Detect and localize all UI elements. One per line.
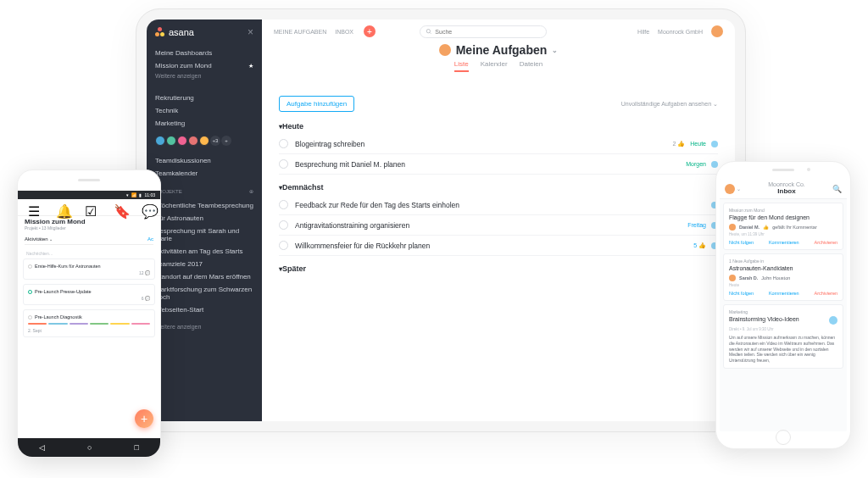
sidebar-show-more-2[interactable]: Weitere anzeigen bbox=[147, 320, 262, 334]
view-options-label: Unvollständige Aufgaben ansehen bbox=[621, 101, 711, 107]
sidebar-item-calendar[interactable]: Teamkalender bbox=[155, 167, 253, 180]
comment-count: 6 💬 bbox=[28, 296, 150, 301]
task-date: Morgen bbox=[686, 161, 706, 167]
task-checkbox[interactable] bbox=[279, 139, 288, 148]
view-options[interactable]: Unvollständige Aufgaben ansehen ⌄ bbox=[621, 101, 718, 108]
ios-header: ⌄ Moonrock Co. Inbox 🔍 bbox=[720, 179, 847, 199]
laptop-screen: asana × Meine Dashboards Mission zum Mon… bbox=[147, 19, 735, 421]
search-input[interactable] bbox=[435, 29, 541, 35]
android-card[interactable]: Pre-Launch Presse-Update6 💬 bbox=[23, 284, 155, 305]
sidebar-team-rekrutierung[interactable]: Rekrutierung bbox=[155, 92, 253, 104]
sidebar-project-item[interactable]: Wöchentliche Teambesprechung bbox=[155, 199, 253, 212]
sidebar-team-marketing[interactable]: Marketing bbox=[155, 117, 253, 130]
sidebar-project-item[interactable]: Aktivitäten am Tag des Starts bbox=[155, 245, 253, 258]
android-home-icon[interactable]: ○ bbox=[87, 443, 92, 452]
action-unfollow[interactable]: Nicht folgen bbox=[729, 240, 754, 245]
sidebar-project-item[interactable]: Teamziele 2017 bbox=[155, 258, 253, 270]
android-compose-input[interactable]: Nachrichten… bbox=[23, 248, 155, 258]
task-row[interactable]: Feedback zur Rede für den Tag des Starts… bbox=[279, 195, 718, 215]
sidebar-project-item[interactable]: Für Astronauten bbox=[155, 212, 253, 225]
status-dot-icon bbox=[28, 290, 32, 294]
avatars-more[interactable]: +3 bbox=[210, 136, 220, 146]
task-checkbox[interactable] bbox=[279, 200, 288, 209]
android-tab-activities[interactable]: Aktivitäten ⌄ bbox=[25, 236, 53, 242]
avatars-add-icon[interactable]: + bbox=[221, 136, 231, 146]
ios-inbox-card[interactable]: MarketingBrainstorming Video-IdeenDirekt… bbox=[723, 304, 843, 369]
section-header[interactable]: Heute bbox=[279, 122, 718, 131]
sidebar-item-discussions[interactable]: Teamdiskussionen bbox=[155, 154, 253, 167]
tab-liste[interactable]: Liste bbox=[454, 60, 469, 72]
task-row[interactable]: Blogeintrag schreiben2 👍Heute bbox=[279, 134, 718, 154]
action-archive[interactable]: Archivieren bbox=[814, 240, 837, 245]
android-device: ▾📶▮11:03 ☰ 🔔 ☑ 🔖 💬 Mission zum Mond Proj… bbox=[17, 170, 161, 458]
sidebar-item-dashboards[interactable]: Meine Dashboards bbox=[155, 47, 253, 59]
sidebar-team-technik[interactable]: Technik bbox=[155, 104, 253, 117]
add-task-button[interactable]: Aufgabe hinzufügen bbox=[279, 96, 354, 112]
project-dot-icon bbox=[711, 161, 718, 168]
team-avatars[interactable]: +3 + bbox=[147, 133, 262, 151]
task-name: Antigravitationstraining organisieren bbox=[295, 221, 681, 230]
search-box[interactable] bbox=[420, 25, 547, 38]
android-accent[interactable]: Ac bbox=[147, 236, 153, 242]
ios-card-body: Um auf unsere Mission aufmerksam zu mach… bbox=[729, 335, 837, 364]
like-count[interactable]: 5 👍 bbox=[693, 242, 706, 249]
laptop-device: asana × Meine Dashboards Mission zum Mon… bbox=[136, 8, 746, 432]
topnav-mytasks[interactable]: MEINE AUFGABEN bbox=[274, 29, 326, 35]
task-name: Feedback zur Rede für den Tag des Starts… bbox=[295, 201, 704, 209]
menu-icon[interactable]: ☰ bbox=[28, 203, 36, 212]
tab-dateien[interactable]: Dateien bbox=[520, 60, 543, 72]
sidebar-project-item[interactable]: Webseiten-Start bbox=[155, 303, 253, 316]
sidebar-item-favorite[interactable]: Mission zum Mond bbox=[155, 59, 253, 72]
chevron-down-icon: ⌄ bbox=[713, 101, 718, 107]
checklist-icon[interactable]: ☑ bbox=[85, 203, 93, 212]
user-avatar[interactable] bbox=[711, 25, 723, 37]
android-card[interactable]: Erste-Hilfe-Kurs für Astronauten12 💬 bbox=[23, 258, 155, 280]
task-date: Freitag bbox=[687, 222, 706, 228]
like-count[interactable]: 2 👍 bbox=[672, 141, 685, 147]
add-button[interactable]: + bbox=[364, 25, 376, 37]
android-fab-button[interactable]: + bbox=[135, 409, 153, 428]
section-header[interactable]: Demnächst bbox=[279, 183, 718, 192]
sidebar-project-item[interactable]: Besprechung mit Sarah und Marie bbox=[155, 225, 253, 245]
ios-inbox-card[interactable]: 1 Neue Aufgabe inAstronauten-KandidatenS… bbox=[723, 253, 843, 301]
main-content: Aufgabe hinzufügen Unvollständige Aufgab… bbox=[262, 86, 735, 421]
ios-card-title: Astronauten-Kandidaten bbox=[729, 265, 793, 271]
action-archive[interactable]: Archivieren bbox=[814, 291, 837, 296]
android-project-title[interactable]: Mission zum Mond bbox=[25, 218, 153, 225]
ios-inbox-card[interactable]: Mission zum MondFlagge für den Mond desi… bbox=[723, 203, 843, 250]
chevron-down-icon[interactable]: ⌄ bbox=[552, 47, 558, 54]
search-icon[interactable]: 🔍 bbox=[832, 185, 842, 193]
add-project-icon[interactable]: ⊕ bbox=[249, 188, 253, 194]
sidebar-project-item[interactable]: Marktforschung zum Schwarzen Loch bbox=[155, 283, 253, 303]
chat-icon[interactable]: 💬 bbox=[142, 203, 150, 212]
bell-icon[interactable]: 🔔 bbox=[56, 203, 64, 212]
bookmark-icon[interactable]: 🔖 bbox=[114, 203, 122, 212]
sidebar-show-more[interactable]: Weitere anzeigen bbox=[155, 72, 253, 80]
tab-kalender[interactable]: Kalender bbox=[481, 60, 508, 72]
ios-user-avatar[interactable] bbox=[725, 184, 735, 194]
ios-row-text: gefällt Ihr Kommentar bbox=[772, 225, 817, 230]
iphone-home-button[interactable] bbox=[776, 430, 791, 445]
ios-card-meta: Heute bbox=[729, 283, 837, 287]
org-name[interactable]: Moonrock GmbH bbox=[658, 29, 703, 35]
action-comment[interactable]: Kommentieren bbox=[769, 291, 799, 296]
task-name: Blogeintrag schreiben bbox=[295, 140, 665, 148]
android-recents-icon[interactable]: □ bbox=[135, 443, 139, 452]
help-link[interactable]: Hilfe bbox=[637, 29, 649, 35]
chevron-down-icon[interactable]: ⌄ bbox=[737, 186, 741, 192]
action-comment[interactable]: Kommentieren bbox=[769, 240, 799, 245]
topnav-inbox[interactable]: INBOX bbox=[335, 29, 353, 35]
android-back-icon[interactable]: ◁ bbox=[39, 443, 45, 452]
task-row[interactable]: Besprechung mit Daniel M. planenMorgen bbox=[279, 154, 718, 175]
task-row[interactable]: Willkommensfeier für die Rückkehr planen… bbox=[279, 236, 718, 256]
app-logo[interactable]: asana bbox=[155, 27, 194, 37]
task-checkbox[interactable] bbox=[279, 159, 288, 169]
task-checkbox[interactable] bbox=[279, 241, 288, 250]
action-unfollow[interactable]: Nicht folgen bbox=[729, 291, 754, 296]
sidebar-project-item[interactable]: Standort auf dem Mars eröffnen bbox=[155, 270, 253, 283]
close-sidebar-icon[interactable]: × bbox=[248, 26, 253, 38]
android-card[interactable]: Pre-Launch Diagnostik2. Sept bbox=[23, 309, 155, 337]
task-row[interactable]: Antigravitationstraining organisierenFre… bbox=[279, 215, 718, 236]
task-checkbox[interactable] bbox=[279, 220, 288, 230]
section-header[interactable]: Später bbox=[279, 264, 718, 273]
